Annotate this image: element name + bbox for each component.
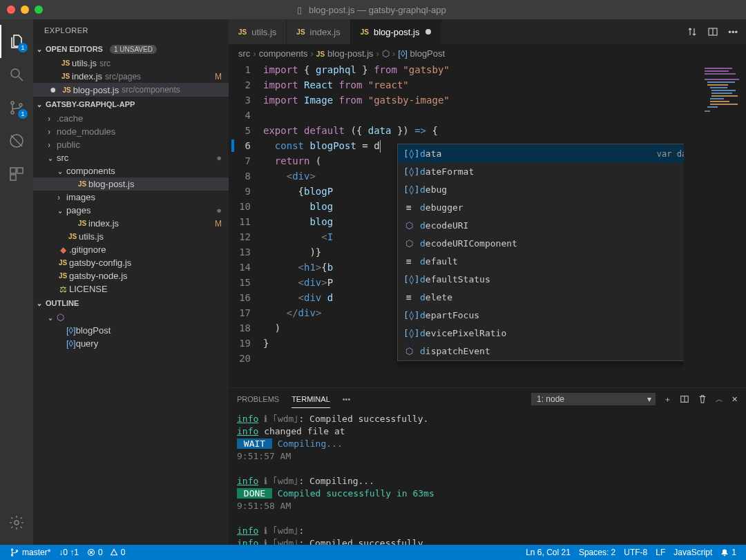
tab-label: index.js: [310, 27, 341, 37]
autocomplete-popup[interactable]: [◊]datavar data: any ⓘ[◊]dateFormat[◊]de…: [397, 144, 684, 361]
status-branch[interactable]: master*: [6, 548, 55, 557]
outline-item[interactable]: [◊] blogPost: [33, 324, 229, 337]
outline-item[interactable]: ⌄⬡: [33, 311, 229, 324]
tree-item[interactable]: ⚖ LICENSE: [33, 282, 229, 296]
svg-rect-16: [707, 84, 728, 86]
minimap[interactable]: [684, 62, 746, 387]
svg-rect-15: [707, 81, 735, 83]
activity-search[interactable]: [0, 58, 33, 91]
branch-icon: [10, 548, 19, 557]
editor-tab[interactable]: JSindex.js: [287, 19, 350, 44]
status-sync[interactable]: ↓0 ↑1: [55, 548, 83, 557]
breadcrumbs[interactable]: src›components›JSblog-post.js›⬡ ›[◊] blo…: [229, 44, 746, 62]
new-terminal-icon[interactable]: ＋: [664, 394, 671, 405]
suggest-item[interactable]: [◊]datavar data: any ⓘ: [398, 144, 684, 163]
workspace-section[interactable]: ⌄ GATSBY-GRAPHQL-APP: [33, 97, 229, 112]
suggest-item[interactable]: ⬡decodeURIComponent: [398, 235, 684, 253]
zoom-window[interactable]: [35, 6, 43, 14]
suggest-item[interactable]: [◊]devicePixelRatio: [398, 325, 684, 342]
js-icon: JS: [296, 28, 305, 36]
activity-debug[interactable]: [0, 124, 33, 157]
activity-settings[interactable]: [0, 506, 33, 539]
title-project: gatsby-graphql-app: [369, 5, 446, 15]
variable-icon: [◊]: [403, 272, 414, 287]
terminal-output[interactable]: info ℹ ｢wdm｣: Compiled successfully.info…: [229, 410, 746, 545]
variable-icon: [◊]: [66, 325, 76, 336]
tree-item[interactable]: ›.cache: [33, 112, 229, 125]
tree-item[interactable]: ⌄src●: [33, 151, 229, 164]
tree-item[interactable]: ›images: [33, 191, 229, 204]
svg-point-0: [11, 69, 19, 77]
tree-item[interactable]: JS utils.js: [33, 230, 229, 243]
trash-icon[interactable]: [698, 394, 707, 404]
suggest-item[interactable]: ⬡dispatchEvent: [398, 342, 684, 360]
open-editor-item[interactable]: ●JS blog-post.jssrc/components: [33, 83, 229, 97]
outline-section[interactable]: ⌄ OUTLINE: [33, 296, 229, 311]
js-icon: JS: [61, 86, 73, 94]
tree-item[interactable]: JS index.jsM: [33, 217, 229, 230]
chevron-icon: ›: [48, 127, 55, 137]
editor-tab[interactable]: JSutils.js: [229, 19, 287, 44]
status-spaces[interactable]: Spaces: 2: [575, 548, 620, 557]
split-icon[interactable]: [707, 26, 718, 37]
tree-item[interactable]: JS gatsby-config.js: [33, 256, 229, 269]
suggest-item[interactable]: ≡default: [398, 253, 684, 271]
tree-item[interactable]: JS gatsby-node.js: [33, 269, 229, 282]
breadcrumb-item[interactable]: components: [259, 48, 308, 59]
tree-item[interactable]: ⌄pages●: [33, 204, 229, 217]
open-editor-item[interactable]: JS index.jssrc/pagesM: [33, 70, 229, 83]
suggest-item[interactable]: ⬡decodeURI: [398, 217, 684, 235]
js-icon: JS: [57, 259, 69, 267]
compare-icon[interactable]: [687, 26, 698, 37]
status-lang[interactable]: JavaScript: [669, 548, 716, 557]
svg-point-2: [11, 111, 14, 114]
suggest-item[interactable]: [◊]debug: [398, 181, 684, 199]
breadcrumb-item[interactable]: ⬡: [382, 48, 390, 59]
tree-item[interactable]: JS blog-post.js: [33, 177, 229, 191]
panel-maximize-icon[interactable]: ︿: [716, 394, 723, 405]
dirty-dot: [425, 29, 431, 35]
status-encoding[interactable]: UTF-8: [620, 548, 651, 557]
close-window[interactable]: [7, 6, 15, 14]
status-lncol[interactable]: Ln 6, Col 21: [522, 548, 575, 557]
status-errors[interactable]: 0 0: [83, 548, 129, 557]
editor-tab[interactable]: JSblog-post.js: [351, 19, 442, 44]
keyword-icon: ≡: [403, 200, 414, 215]
svg-rect-13: [705, 73, 736, 75]
outline-item[interactable]: [◊] query: [33, 337, 229, 350]
suggest-item[interactable]: ≡delete: [398, 289, 684, 307]
panel-tab-more[interactable]: •••: [343, 391, 351, 407]
suggest-item[interactable]: [◊]dateFormat: [398, 163, 684, 181]
split-terminal-icon[interactable]: [680, 394, 689, 404]
breadcrumb-item[interactable]: src: [238, 48, 250, 59]
code-editor[interactable]: 1import { graphql } from "gatsby"2import…: [229, 62, 684, 387]
more-icon[interactable]: •••: [728, 27, 738, 37]
open-editor-item[interactable]: JS utils.jssrc: [33, 57, 229, 70]
terminal-select[interactable]: 1: node▾: [531, 393, 656, 405]
js-icon: JS: [66, 233, 79, 240]
panel-close-icon[interactable]: ✕: [731, 395, 738, 404]
tree-item-name: gatsby-node.js: [69, 271, 128, 281]
js-icon: JS: [76, 220, 88, 227]
activity-explorer[interactable]: 1: [0, 25, 33, 58]
tree-item[interactable]: ⌄components: [33, 164, 229, 177]
svg-rect-12: [705, 70, 729, 72]
tree-item[interactable]: ›public: [33, 138, 229, 151]
panel-tab-problems[interactable]: PROBLEMS: [237, 391, 279, 407]
suggest-item[interactable]: [◊]defaultStatus: [398, 271, 684, 289]
suggest-item[interactable]: [◊]departFocus: [398, 307, 684, 325]
tree-item[interactable]: ◆ .gitignore: [33, 243, 229, 256]
tree-item[interactable]: ›node_modules: [33, 125, 229, 138]
open-editors-section[interactable]: ⌄ OPEN EDITORS 1 UNSAVED: [33, 41, 229, 57]
breadcrumb-item[interactable]: [◊] blogPost: [398, 48, 445, 59]
title-filename: blog-post.js: [309, 5, 354, 15]
minimize-window[interactable]: [21, 6, 29, 14]
suggest-item[interactable]: ≡debugger: [398, 199, 684, 217]
activity-extensions[interactable]: [0, 157, 33, 191]
status-notifications[interactable]: 1: [716, 548, 740, 557]
open-editor-name: blog-post.js: [73, 85, 119, 95]
activity-scm[interactable]: 1: [0, 91, 33, 124]
breadcrumb-item[interactable]: JSblog-post.js: [316, 48, 374, 59]
status-eol[interactable]: LF: [651, 548, 669, 557]
panel-tab-terminal[interactable]: TERMINAL: [291, 391, 330, 408]
